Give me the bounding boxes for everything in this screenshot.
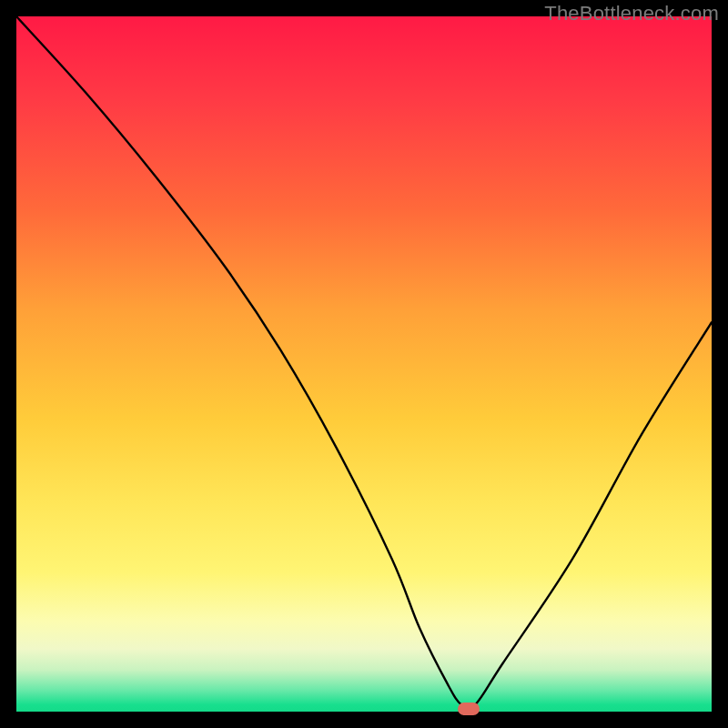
- plot-area: [16, 16, 712, 712]
- bottleneck-curve-path: [16, 16, 712, 709]
- optimal-marker: [458, 703, 480, 715]
- watermark-text: TheBottleneck.com: [544, 2, 719, 25]
- chart-frame: TheBottleneck.com: [0, 0, 728, 728]
- curve-layer: [16, 16, 712, 712]
